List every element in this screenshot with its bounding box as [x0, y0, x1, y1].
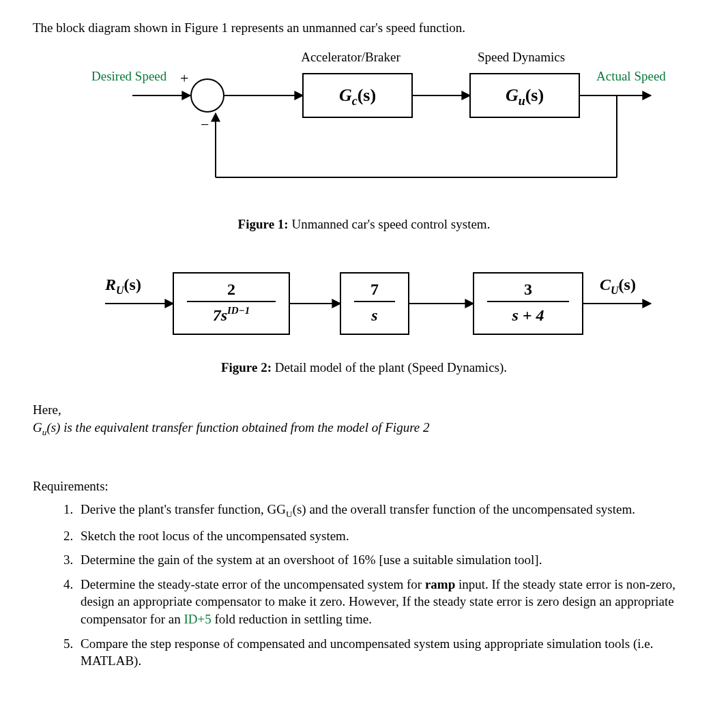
- gc-sub: c: [351, 94, 357, 108]
- summing-junction: [191, 79, 224, 112]
- gu-sub: u: [518, 94, 525, 108]
- requirements-title: Requirements:: [33, 479, 695, 494]
- label-speed-dyn: Speed Dynamics: [477, 50, 564, 64]
- svg-text:CU(s): CU(s): [600, 276, 636, 296]
- gu-sym: G: [505, 85, 518, 105]
- figure-1-diagram: Accelerator/Braker Speed Dynamics Desire…: [57, 41, 671, 205]
- b2-num: 7: [370, 280, 379, 298]
- cu-sym: C: [600, 276, 611, 293]
- req-item: Compare the step response of compensated…: [76, 635, 695, 670]
- svg-text:Gu(s): Gu(s): [505, 85, 543, 108]
- b1-num: 2: [227, 280, 235, 298]
- label-accel: Accelerator/Braker: [301, 50, 401, 64]
- b1-den-a: 7s: [212, 306, 227, 324]
- figure-2-diagram: RU(s) 2 7sID−1 7 s 3 s + 4 CU(s): [57, 252, 671, 348]
- b3-den: s + 4: [511, 306, 544, 324]
- figure-2-caption: Figure 2: Detail model of the plant (Spe…: [33, 360, 695, 375]
- here-label: Here,: [33, 402, 695, 417]
- svg-text:7sID−1: 7sID−1: [212, 305, 250, 324]
- requirements-list: Derive the plant's transfer function, GG…: [33, 501, 695, 670]
- gu-arg: (s): [525, 85, 543, 105]
- gu-description: Gu(s) is the equivalent transfer functio…: [33, 420, 695, 438]
- cu-arg: (s): [618, 276, 635, 293]
- req-item: Sketch the root locus of the uncompensat…: [76, 527, 695, 545]
- b1-den-sup: ID−1: [227, 305, 250, 316]
- req-item: Derive the plant's transfer function, GG…: [76, 501, 695, 520]
- b3-num: 3: [524, 280, 532, 298]
- b2-den: s: [370, 306, 377, 324]
- label-actual-speed: Actual Speed: [596, 69, 666, 83]
- gc-sym: G: [338, 85, 351, 105]
- intro-text: The block diagram shown in Figure 1 repr…: [33, 20, 695, 35]
- label-desired-speed: Desired Speed: [91, 69, 167, 83]
- svg-text:RU(s): RU(s): [104, 276, 141, 296]
- gc-arg: (s): [357, 85, 375, 105]
- req-item: Determine the gain of the system at an o…: [76, 551, 695, 569]
- svg-text:Gc(s): Gc(s): [338, 85, 375, 108]
- figure-1-caption: Figure 1: Unmanned car's speed control s…: [33, 217, 695, 232]
- ru-sym: R: [104, 276, 116, 293]
- req-item: Determine the steady-state error of the …: [76, 576, 695, 628]
- plus-sign: +: [180, 70, 188, 87]
- ru-arg: (s): [123, 276, 141, 293]
- minus-sign: −: [201, 116, 209, 133]
